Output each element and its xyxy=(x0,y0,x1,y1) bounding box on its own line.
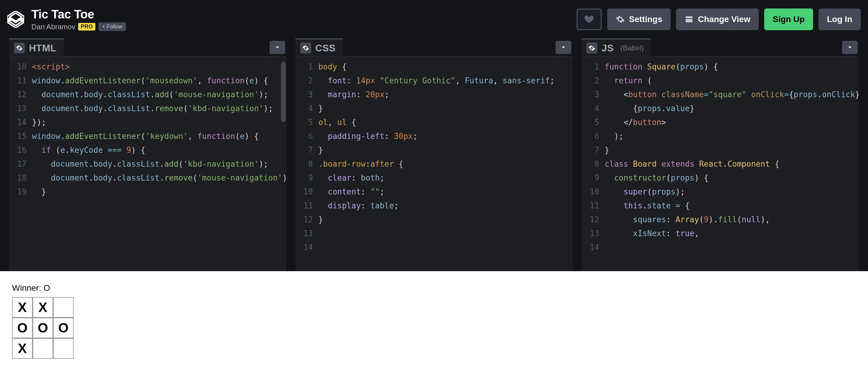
css-panel-title: CSS xyxy=(315,42,336,54)
board-square-8[interactable] xyxy=(53,338,74,359)
preview-frame[interactable]: Winner: O XXOOOX xyxy=(0,271,868,369)
gear-icon xyxy=(302,45,309,51)
css-panel-tab[interactable]: CSS xyxy=(296,38,343,57)
author-name[interactable]: Dan Abramov xyxy=(31,23,75,31)
css-code[interactable]: body { font: 14px "Century Gothic", Futu… xyxy=(317,57,573,271)
board-square-3[interactable]: O xyxy=(12,318,33,338)
codepen-logo-icon xyxy=(7,11,24,28)
css-editor[interactable]: 1234567891011121314 body { font: 14px "C… xyxy=(296,57,573,271)
login-button[interactable]: Log In xyxy=(818,8,861,30)
html-settings-button[interactable] xyxy=(14,42,25,54)
signup-button[interactable]: Sign Up xyxy=(764,8,813,30)
html-editor[interactable]: 10111213141516171819 <script>window.addE… xyxy=(9,57,286,271)
html-panel: HTML 10111213141516171819 <script>window… xyxy=(9,39,286,271)
chevron-down-icon xyxy=(846,44,853,51)
codepen-logo[interactable] xyxy=(7,11,31,28)
html-panel-tab[interactable]: HTML xyxy=(9,38,64,57)
pen-title[interactable]: Tic Tac Toe xyxy=(31,7,94,21)
css-panel: CSS 1234567891011121314 body { font: 14p… xyxy=(296,39,573,271)
board-square-4[interactable]: O xyxy=(33,318,53,338)
gear-icon xyxy=(589,45,595,51)
game-board: XXOOOX xyxy=(12,298,856,359)
heart-icon xyxy=(584,14,594,25)
board-square-1[interactable]: X xyxy=(33,297,53,318)
change-view-label: Change View xyxy=(698,14,750,24)
scrollbar-thumb[interactable] xyxy=(281,62,286,122)
board-square-2[interactable] xyxy=(53,297,74,318)
js-code[interactable]: function Square(props) { return ( <butto… xyxy=(603,57,859,271)
html-gutter: 10111213141516171819 xyxy=(9,57,30,271)
js-editor[interactable]: 1234567891011121314 function Square(prop… xyxy=(582,57,859,271)
game-status: Winner: O xyxy=(12,283,856,293)
board-square-7[interactable] xyxy=(33,338,53,359)
settings-button[interactable]: Settings xyxy=(607,8,671,30)
chevron-down-icon xyxy=(560,44,567,51)
css-panel-menu-button[interactable] xyxy=(556,41,571,54)
js-panel-title: JS xyxy=(601,42,614,54)
gear-icon xyxy=(616,15,625,24)
change-view-button[interactable]: Change View xyxy=(676,8,759,30)
js-settings-button[interactable] xyxy=(586,42,597,54)
js-panel: JS (Babel) 1234567891011121314 function … xyxy=(582,39,859,271)
html-panel-menu-button[interactable] xyxy=(270,41,285,54)
layout-icon xyxy=(684,15,693,24)
js-panel-menu-button[interactable] xyxy=(842,41,858,54)
follow-button[interactable]: + Follow xyxy=(98,22,126,31)
js-panel-subtitle: (Babel) xyxy=(620,44,644,52)
editor-panels: HTML 10111213141516171819 <script>window… xyxy=(0,39,868,271)
chevron-down-icon xyxy=(274,44,281,51)
js-panel-tab[interactable]: JS (Babel) xyxy=(582,38,651,57)
love-button[interactable] xyxy=(577,8,602,30)
pro-badge: PRO xyxy=(78,23,95,31)
css-settings-button[interactable] xyxy=(300,42,311,54)
html-code[interactable]: <script>window.addEventListener('mousedo… xyxy=(30,57,286,271)
app-header: Tic Tac Toe Dan Abramov PRO + Follow Set… xyxy=(0,0,868,39)
settings-label: Settings xyxy=(629,14,662,24)
css-gutter: 1234567891011121314 xyxy=(296,57,317,271)
board-square-0[interactable]: X xyxy=(12,297,33,318)
gear-icon xyxy=(16,45,23,51)
board-square-6[interactable]: X xyxy=(12,338,33,359)
html-panel-title: HTML xyxy=(29,42,56,54)
js-gutter: 1234567891011121314 xyxy=(582,57,603,271)
board-square-5[interactable]: O xyxy=(53,318,74,338)
